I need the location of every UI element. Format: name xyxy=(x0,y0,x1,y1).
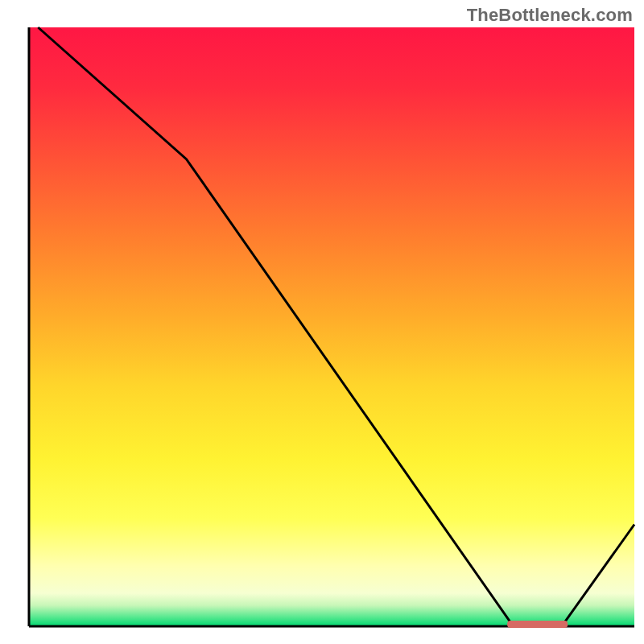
attribution-label: TheBottleneck.com xyxy=(467,5,633,26)
gradient-background xyxy=(29,27,634,626)
chart-frame: TheBottleneck.com xyxy=(0,0,644,644)
optimal-marker xyxy=(507,621,568,628)
bottleneck-chart xyxy=(0,0,644,644)
